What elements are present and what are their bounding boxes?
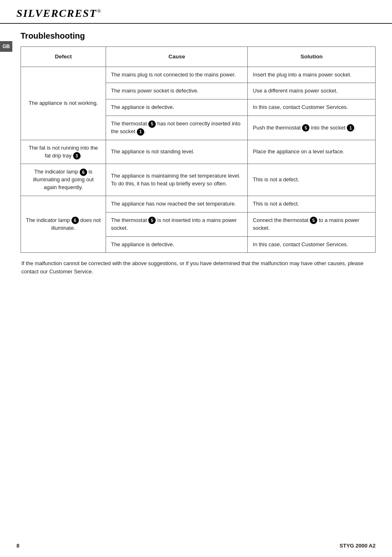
header-solution: Solution bbox=[248, 47, 376, 67]
page-number: 8 bbox=[16, 543, 19, 549]
solution-cell-1-2: Use a different mains power socket. bbox=[248, 83, 376, 99]
solution-cell-3-1: This is not a defect. bbox=[248, 164, 376, 196]
ref-num-1b: 1 bbox=[347, 124, 354, 132]
cause-cell-4-1: The appliance has now reached the set te… bbox=[106, 196, 248, 213]
solution-cell-1-4: Push the thermostat 5 into the socket 1. bbox=[248, 116, 376, 140]
brand-crest: Crest bbox=[59, 7, 97, 19]
page-header: SilverCrest® bbox=[0, 0, 392, 24]
ref-num-5a: 5 bbox=[148, 120, 156, 128]
solution-cell-1-1: Insert the plug into a mains power socke… bbox=[248, 67, 376, 83]
section-title: Troubleshooting bbox=[21, 31, 376, 41]
ref-num-5d: 5 bbox=[310, 217, 317, 224]
defect-cell-3: The indicator lamp 6 is illuminating and… bbox=[21, 164, 106, 196]
cause-cell-3-1: The appliance is maintaining the set tem… bbox=[106, 164, 248, 196]
troubleshooting-table: Defect Cause Solution The appliance is n… bbox=[21, 46, 376, 253]
ref-num-5b: 5 bbox=[302, 124, 309, 132]
ref-num-5c: 5 bbox=[148, 217, 156, 224]
footer-note: If the malfunction cannot be corrected w… bbox=[21, 259, 376, 275]
defect-cell-2: The fat is not running into the fat drip… bbox=[21, 140, 106, 164]
ref-num-6a: 6 bbox=[80, 169, 87, 176]
page-footer: 8 STYG 2000 A2 bbox=[16, 543, 376, 549]
ref-num-3: 3 bbox=[73, 152, 81, 159]
defect-cell-4: The indicator lamp 6 does not illuminate… bbox=[21, 196, 106, 253]
ref-num-1a: 1 bbox=[137, 128, 144, 136]
page-wrapper: SilverCrest® GB Troubleshooting Defect C… bbox=[0, 0, 392, 557]
solution-cell-2-1: Place the appliance on a level surface. bbox=[248, 140, 376, 164]
brand-logo: SilverCrest® bbox=[16, 7, 102, 20]
cause-cell-2-1: The appliance is not standing level. bbox=[106, 140, 248, 164]
table-row: The fat is not running into the fat drip… bbox=[21, 140, 376, 164]
main-content: Troubleshooting Defect Cause Solution Th… bbox=[0, 24, 392, 288]
defect-cell-1: The appliance is not working. bbox=[21, 67, 106, 140]
table-row: The indicator lamp 6 does not illuminate… bbox=[21, 196, 376, 213]
ref-num-6b: 6 bbox=[71, 217, 79, 224]
solution-cell-1-3: In this case, contact Customer Services. bbox=[248, 99, 376, 116]
header-defect: Defect bbox=[21, 47, 106, 67]
solution-cell-4-3: In this case, contact Customer Services. bbox=[248, 236, 376, 253]
solution-cell-4-2: Connect the thermostat 5 to a mains powe… bbox=[248, 212, 376, 236]
cause-cell-1-4: The thermostat 5 has not been correctly … bbox=[106, 116, 248, 140]
registered-symbol: ® bbox=[97, 8, 102, 14]
cause-cell-1-3: The appliance is defective. bbox=[106, 99, 248, 116]
brand-silver: Silver bbox=[16, 7, 59, 19]
header-cause: Cause bbox=[106, 47, 248, 67]
cause-cell-1-1: The mains plug is not connected to the m… bbox=[106, 67, 248, 83]
model-number: STYG 2000 A2 bbox=[339, 543, 376, 549]
table-row: The indicator lamp 6 is illuminating and… bbox=[21, 164, 376, 196]
solution-cell-4-1: This is not a defect. bbox=[248, 196, 376, 213]
language-tab: GB bbox=[0, 41, 12, 52]
language-label: GB bbox=[2, 44, 10, 49]
table-header-row: Defect Cause Solution bbox=[21, 47, 376, 67]
cause-cell-1-2: The mains power socket is defective. bbox=[106, 83, 248, 99]
cause-cell-4-3: The appliance is defective. bbox=[106, 236, 248, 253]
cause-cell-4-2: The thermostat 5 is not inserted into a … bbox=[106, 212, 248, 236]
table-row: The appliance is not working. The mains … bbox=[21, 67, 376, 83]
